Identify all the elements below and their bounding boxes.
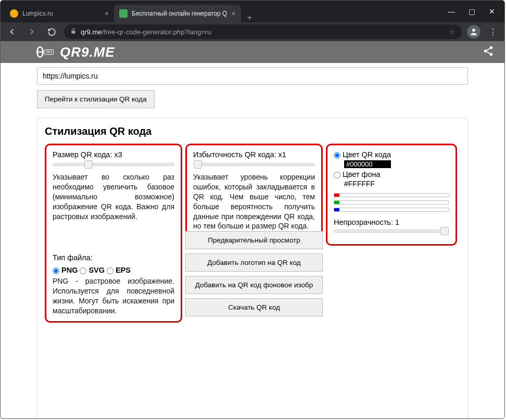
filetype-eps[interactable]: EPS bbox=[107, 266, 131, 274]
tab-title: Бесплатный онлайн генератор Q bbox=[132, 10, 227, 17]
new-tab-button[interactable]: + bbox=[241, 13, 258, 22]
forward-button[interactable] bbox=[24, 24, 39, 39]
qr-url-input[interactable] bbox=[37, 67, 468, 85]
size-label: Размер QR кода: x3 bbox=[53, 150, 174, 159]
svg-point-1 bbox=[490, 46, 493, 49]
filetype-png[interactable]: PNG bbox=[53, 266, 78, 274]
favicon-qr9 bbox=[119, 9, 128, 18]
browser-window: Lumpics.ru × Бесплатный онлайн генератор… bbox=[0, 0, 505, 419]
back-button[interactable] bbox=[5, 24, 19, 39]
go-styling-button[interactable]: Перейти к стилизации QR кода bbox=[37, 90, 155, 108]
tab-lumpics[interactable]: Lumpics.ru × bbox=[5, 5, 114, 22]
size-slider[interactable] bbox=[53, 163, 174, 166]
bookmark-star-icon[interactable]: ☆ bbox=[449, 28, 456, 36]
download-button[interactable]: Скачать QR код bbox=[185, 298, 323, 316]
blue-slider[interactable] bbox=[334, 208, 449, 212]
qr-color-hex[interactable]: #000000 bbox=[344, 160, 391, 168]
minimize-button[interactable]: — bbox=[448, 7, 455, 16]
styling-panel: Стилизация QR кода Размер QR кода: x3 Ук… bbox=[37, 118, 468, 418]
site-title: QR9.ME bbox=[60, 44, 115, 60]
lang-badge: RU bbox=[44, 49, 54, 55]
share-icon[interactable] bbox=[483, 45, 494, 59]
favicon-lumpics bbox=[10, 9, 18, 18]
svg-point-2 bbox=[484, 49, 487, 53]
bg-color-option[interactable]: Цвет фона bbox=[334, 170, 449, 179]
color-column: Цвет QR кода #000000 Цвет фона #FFFFFF bbox=[326, 144, 457, 246]
omnibox[interactable]: qr9.me/free-qr-code-generator.php?lang=r… bbox=[64, 24, 462, 39]
filetype-help: PNG - растровое изображение. Используетс… bbox=[53, 276, 174, 316]
svg-point-0 bbox=[472, 29, 475, 32]
red-slider[interactable] bbox=[334, 193, 449, 197]
slider-thumb[interactable] bbox=[84, 160, 93, 169]
size-column: Размер QR кода: x3 Указывает во сколько … bbox=[45, 144, 182, 323]
titlebar: Lumpics.ru × Бесплатный онлайн генератор… bbox=[1, 1, 504, 22]
close-window-button[interactable]: ✕ bbox=[489, 7, 495, 16]
slider-thumb[interactable] bbox=[440, 227, 449, 235]
close-tab-icon[interactable]: × bbox=[105, 9, 109, 18]
redundancy-slider[interactable] bbox=[193, 163, 315, 166]
page-content: RU QR9.ME Перейти к стилизации QR кода С… bbox=[1, 41, 504, 418]
filetype-label: Тип файла: bbox=[53, 253, 174, 262]
opacity-label: Непрозрачность: 1 bbox=[334, 218, 449, 226]
qr-color-option[interactable]: Цвет QR кода bbox=[334, 150, 449, 159]
redundancy-column: Избыточность QR кода: x1 Указывает урове… bbox=[185, 144, 323, 238]
action-buttons: Предварительный просмотр Добавить логоти… bbox=[185, 231, 323, 316]
filetype-options: PNG SVG EPS bbox=[53, 266, 174, 274]
bg-color-hex: #FFFFFF bbox=[344, 180, 449, 188]
close-tab-icon[interactable]: × bbox=[231, 9, 235, 18]
svg-point-3 bbox=[490, 53, 493, 56]
window-controls: — ▢ ✕ bbox=[438, 1, 504, 22]
panel-heading: Стилизация QR кода bbox=[45, 125, 460, 137]
tabs-row: Lumpics.ru × Бесплатный онлайн генератор… bbox=[1, 1, 438, 22]
preview-button[interactable]: Предварительный просмотр bbox=[185, 231, 323, 249]
filetype-svg[interactable]: SVG bbox=[80, 266, 105, 274]
slider-thumb[interactable] bbox=[194, 160, 202, 169]
address-bar: qr9.me/free-qr-code-generator.php?lang=r… bbox=[1, 22, 504, 41]
site-header: RU QR9.ME bbox=[1, 41, 504, 63]
kebab-menu-icon[interactable]: ⋮ bbox=[486, 27, 500, 37]
add-logo-button[interactable]: Добавить логотип на QR код bbox=[185, 253, 323, 272]
opacity-slider[interactable] bbox=[334, 230, 449, 233]
redundancy-label: Избыточность QR кода: x1 bbox=[193, 150, 315, 159]
green-slider[interactable] bbox=[334, 200, 449, 205]
redundancy-help: Указывает уровень коррекции ошибок, кото… bbox=[193, 172, 315, 231]
lock-icon bbox=[70, 28, 77, 35]
size-help: Указывает во сколько раз необходимо увел… bbox=[53, 172, 174, 221]
url-text: qr9.me/free-qr-code-generator.php?lang=r… bbox=[81, 28, 445, 36]
globe-icon: RU bbox=[37, 46, 54, 58]
tab-title: Lumpics.ru bbox=[22, 10, 100, 17]
maximize-button[interactable]: ▢ bbox=[469, 7, 475, 16]
tab-qr9[interactable]: Бесплатный онлайн генератор Q × bbox=[114, 5, 241, 22]
main-content: Перейти к стилизации QR кода Стилизация … bbox=[1, 63, 504, 418]
add-bg-button[interactable]: Добавить на QR код фоновое изобр bbox=[185, 276, 323, 294]
profile-avatar[interactable] bbox=[467, 25, 480, 39]
reload-button[interactable] bbox=[44, 24, 59, 39]
